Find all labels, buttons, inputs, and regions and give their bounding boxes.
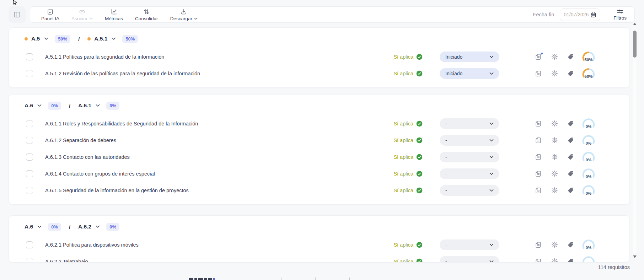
section-header: A.5 50% / A.5.1 50% <box>9 32 629 45</box>
group-chevron-icon[interactable] <box>37 104 42 107</box>
row-checkbox[interactable] <box>26 70 33 77</box>
gear-icon[interactable] <box>551 137 558 144</box>
tag-icon[interactable] <box>568 187 574 194</box>
gear-icon[interactable] <box>551 241 558 248</box>
row-checkbox[interactable] <box>26 258 33 263</box>
tag-icon[interactable] <box>568 120 574 127</box>
asociar-button[interactable]: Asociar <box>65 7 99 22</box>
filter-sliders-icon <box>617 9 624 15</box>
scroll-down-arrow[interactable] <box>633 255 637 258</box>
status-dropdown[interactable]: - <box>440 239 499 250</box>
tag-icon[interactable] <box>568 242 574 248</box>
tag-icon[interactable] <box>568 258 574 263</box>
filtros-button[interactable]: Filtros <box>612 9 628 21</box>
document-icon[interactable] <box>535 120 542 127</box>
descargar-button[interactable]: Descargar <box>164 7 204 22</box>
gear-icon[interactable] <box>551 170 558 177</box>
gear-icon[interactable] <box>551 187 558 194</box>
scrollbar-thumb[interactable] <box>633 31 637 58</box>
sidebar-toggle-button[interactable] <box>9 6 26 23</box>
document-badge-icon <box>540 53 543 55</box>
document-icon[interactable] <box>535 154 542 161</box>
metricas-button[interactable]: Métricas <box>99 7 129 22</box>
asociar-label: Asociar <box>71 16 87 21</box>
row-checkbox[interactable] <box>26 53 33 60</box>
status-dropdown[interactable]: - <box>440 118 499 129</box>
row-checkbox[interactable] <box>26 170 33 177</box>
status-value: - <box>445 188 447 193</box>
toolbar: Panel IA Asociar Métricas Co <box>30 6 635 23</box>
status-dropdown[interactable]: - <box>440 135 499 146</box>
consolidar-button[interactable]: Consolidar <box>129 7 164 22</box>
scrollbar-track[interactable] <box>633 27 637 254</box>
document-icon[interactable] <box>535 70 542 77</box>
link-icon <box>79 8 86 15</box>
requirement-row: A.5.1.2 Revisión de las políticas para l… <box>9 65 629 82</box>
applies-check-icon <box>416 171 423 177</box>
document-icon[interactable] <box>535 258 542 263</box>
fecha-fin-value: 01/07/2026 <box>564 12 589 17</box>
section-separator: / <box>78 36 80 42</box>
status-dropdown[interactable]: - <box>440 152 499 162</box>
status-dropdown[interactable]: - <box>440 256 499 263</box>
requirement-title: A.6.1.1 Roles y Responsabilidades de Seg… <box>45 121 393 126</box>
applies-label: Sí aplica <box>393 154 413 160</box>
panel-ia-button[interactable]: Panel IA <box>35 7 65 22</box>
document-icon[interactable] <box>535 241 542 248</box>
chevron-down-icon <box>489 139 494 142</box>
gear-icon[interactable] <box>551 154 558 160</box>
tag-icon[interactable] <box>568 154 574 160</box>
document-icon[interactable] <box>535 137 542 144</box>
row-checkbox[interactable] <box>26 137 33 144</box>
applies-label: Sí aplica <box>393 54 413 60</box>
requirement-title: A.6.1.3 Contacto con las autoridades <box>45 154 393 160</box>
requirement-title: A.5.1.1 Políticas para la seguridad de l… <box>45 54 393 60</box>
status-dropdown[interactable]: Iniciado <box>440 52 499 62</box>
panel-ia-label: Panel IA <box>41 16 59 21</box>
gear-icon[interactable] <box>551 53 558 60</box>
group-chevron-icon[interactable] <box>44 37 48 40</box>
tag-icon[interactable] <box>568 137 574 144</box>
gear-icon[interactable] <box>551 120 558 127</box>
row-checkbox[interactable] <box>26 120 33 127</box>
status-dropdown[interactable]: - <box>440 185 499 196</box>
progress-label: 50% <box>584 74 592 79</box>
applies-check-icon <box>416 187 423 194</box>
subgroup-chevron-icon[interactable] <box>96 104 100 107</box>
requirement-title: A.5.1.2 Revisión de las políticas para l… <box>45 71 393 76</box>
status-value: - <box>445 138 447 143</box>
status-value: - <box>445 171 447 177</box>
requirement-title: A.6.2.2 Teletrabajo <box>45 259 393 263</box>
document-icon[interactable] <box>535 170 542 177</box>
applies-check-icon <box>416 258 423 263</box>
group-progress-badge: 50% <box>55 35 70 43</box>
progress-gauge: 50% <box>580 51 597 63</box>
subgroup-progress-badge: 50% <box>122 35 138 43</box>
vertical-scrollbar[interactable] <box>632 22 638 259</box>
applies-check-icon <box>416 54 423 60</box>
document-icon[interactable] <box>535 187 542 194</box>
group-chevron-icon[interactable] <box>37 225 42 228</box>
toolbar-divider <box>606 7 606 23</box>
gear-icon[interactable] <box>551 70 558 77</box>
tag-icon[interactable] <box>568 54 574 60</box>
status-dropdown[interactable]: - <box>440 168 499 179</box>
document-icon[interactable] <box>535 53 542 60</box>
fecha-fin-input[interactable]: 01/07/2026 <box>560 9 600 21</box>
requirement-row: A.6.1.3 Contacto con las autoridades Sí … <box>9 149 629 165</box>
scroll-up-arrow[interactable] <box>633 23 637 25</box>
chevron-down-icon <box>89 17 93 20</box>
row-checkbox[interactable] <box>26 187 33 194</box>
progress-gauge: 0% <box>580 255 597 263</box>
subgroup-chevron-icon[interactable] <box>112 37 116 40</box>
row-checkbox[interactable] <box>26 241 33 248</box>
requirement-row: A.6.1.1 Roles y Responsabilidades de Seg… <box>9 115 629 132</box>
applies-check-icon <box>416 120 423 127</box>
subgroup-chevron-icon[interactable] <box>96 225 100 228</box>
tag-icon[interactable] <box>568 171 574 177</box>
gear-icon[interactable] <box>551 258 558 263</box>
row-checkbox[interactable] <box>26 154 33 161</box>
group-label: A.5 <box>31 36 40 42</box>
tag-icon[interactable] <box>568 70 574 77</box>
status-dropdown[interactable]: Iniciado <box>440 68 499 79</box>
